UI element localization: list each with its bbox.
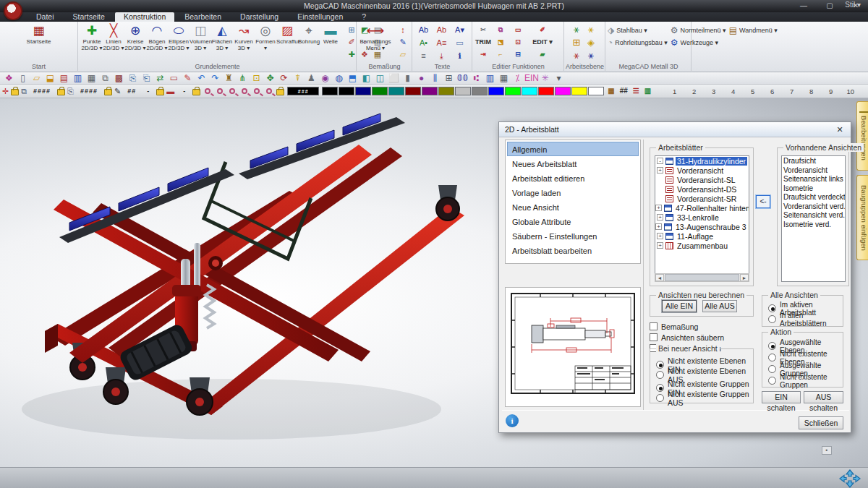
style-lock-icon[interactable] xyxy=(192,89,200,95)
text-info-icon[interactable]: ℹ xyxy=(451,50,469,63)
radio-button[interactable] xyxy=(656,394,664,402)
dim-vertical-icon[interactable]: ↕ xyxy=(395,24,411,36)
bemassung-menu-button[interactable]: ⟷ Bemaßungs Menü ▾ xyxy=(359,23,391,61)
view-list-item[interactable]: Seitenansicht links xyxy=(783,175,845,184)
tree-item[interactable]: + 11-Auflage xyxy=(655,231,749,241)
window-new-icon[interactable]: ⊞ xyxy=(442,72,456,84)
tree-item[interactable]: + Zusammenbau xyxy=(655,241,749,250)
rotate-icon[interactable]: ⟳ xyxy=(277,72,291,84)
erase-icon[interactable]: ✐ xyxy=(527,24,558,36)
tree-item[interactable]: + 13-Augenschraube 3 M24x140 xyxy=(655,222,749,231)
tree-expander[interactable]: - xyxy=(657,158,663,164)
solid-icon[interactable]: ⬒ xyxy=(346,72,359,84)
send-icon[interactable]: ▭ xyxy=(509,24,527,36)
color-swatch[interactable] xyxy=(522,87,537,95)
text-style-icon[interactable]: A▾ xyxy=(451,24,469,37)
stamp-icon[interactable]: ♜ xyxy=(222,72,236,84)
color-swatch[interactable] xyxy=(505,87,521,95)
alle-aus-button[interactable]: Alle AUS xyxy=(702,300,737,312)
pen-lock-icon[interactable] xyxy=(104,89,112,95)
checkbox[interactable] xyxy=(650,333,658,341)
view-list-item[interactable]: Seitenansicht verd. xyxy=(783,211,845,221)
checkbox-ansichten-saeubern[interactable]: Ansichten säubern xyxy=(650,333,724,342)
zoom-all-icon[interactable] xyxy=(254,88,260,94)
sphere-icon[interactable]: ● xyxy=(414,72,428,84)
radio-button[interactable] xyxy=(656,361,664,369)
boegen-button[interactable]: ◠ Bögen 2D/3D ▾ xyxy=(146,23,168,61)
viewport-options-button[interactable]: ▪ xyxy=(822,446,832,455)
transfer-view-button[interactable]: <- xyxy=(756,195,770,208)
group-manager-icon[interactable]: ⎘ xyxy=(67,86,74,96)
trim-icon[interactable]: TRIM xyxy=(475,36,492,48)
grid-icon[interactable]: ▦ xyxy=(497,72,511,84)
dialog-nav-item[interactable]: Neues Arbeitsblatt xyxy=(507,156,639,171)
pan-icon[interactable] xyxy=(838,469,862,488)
radio-button[interactable] xyxy=(768,354,776,361)
text-note-icon[interactable]: ≡ xyxy=(414,50,433,63)
radio-button[interactable] xyxy=(768,304,776,312)
scroll-left-button[interactable]: ◄ xyxy=(655,274,664,281)
ellipsen-button[interactable]: ⬭ Ellipsen 2D/3D ▾ xyxy=(168,23,190,61)
hatch-number-icon[interactable]: ## xyxy=(618,86,629,96)
color-swatch[interactable] xyxy=(355,87,371,95)
view-number-button[interactable]: 7 xyxy=(782,87,801,95)
tree-item[interactable]: + Vorderansicht xyxy=(655,166,749,175)
text-create-icon[interactable]: Ab xyxy=(414,24,433,37)
normteil-menu[interactable]: ⚙ Normteilmenü ▾ xyxy=(671,24,726,36)
plane-cube-icon[interactable]: ⊞ xyxy=(569,37,584,50)
color-edit-icon[interactable]: ▰ xyxy=(527,48,558,61)
dialog-nav-item[interactable]: Neue Ansicht xyxy=(507,200,639,214)
shade-icon[interactable]: ◧ xyxy=(359,72,373,84)
color-swatch[interactable] xyxy=(405,87,421,95)
save-icon[interactable]: ▤ xyxy=(57,72,71,84)
new-file-icon[interactable]: ▯ xyxy=(16,72,30,84)
pen-number-field[interactable]: ## xyxy=(123,87,140,95)
text-edit-icon[interactable]: Ab xyxy=(433,24,451,37)
stahlbau-menu[interactable]: ⬗ Stahlbau ▾ xyxy=(608,24,668,36)
views-list[interactable]: DraufsichtVorderansichtSeitenansicht lin… xyxy=(781,155,846,282)
maximize-button[interactable]: ▢ xyxy=(820,1,839,11)
view-list-item[interactable]: Vorderansicht xyxy=(783,166,845,176)
ucs-icon[interactable]: ⋔ xyxy=(236,72,250,84)
layer-manager-icon[interactable]: ⧉ xyxy=(21,86,27,96)
tree-expander[interactable]: + xyxy=(657,167,663,174)
schliessen-button[interactable]: Schließen xyxy=(799,416,843,429)
group-lock-icon[interactable] xyxy=(57,89,65,95)
cut-icon[interactable]: ✂ xyxy=(475,24,492,36)
color-bars-icon[interactable]: ☰ xyxy=(631,86,641,96)
scroll-right-button[interactable]: ► xyxy=(740,274,749,281)
attribute-colors-icon[interactable]: ❖ xyxy=(2,72,16,84)
radio-ebenen-aus[interactable]: Nicht existente Ebenen AUS xyxy=(656,370,753,380)
dialog-nav-item[interactable]: Allgemein xyxy=(507,142,639,156)
active-color-swatch[interactable]: ### xyxy=(287,87,319,95)
tree-item[interactable]: - 31-Hydraulikzylinder xyxy=(655,156,749,166)
tree-item[interactable]: Vorderansicht-DS xyxy=(655,184,749,194)
tree-expander[interactable]: + xyxy=(657,233,663,239)
tab-baugruppen-einfuegen[interactable]: Baugruppen einfügen xyxy=(856,175,868,260)
globe-icon[interactable]: ◍ xyxy=(332,72,346,84)
wand-menu[interactable]: ▤ Wandmenü ▾ xyxy=(729,24,778,36)
plot-icon[interactable]: ▩ xyxy=(112,72,126,84)
rohrleitungsbau-menu[interactable]: ◔ Rohrleitungsbau ▾ xyxy=(608,36,668,48)
formen-button[interactable]: ◎ Formen ▾ xyxy=(255,23,276,61)
color-swatch[interactable] xyxy=(488,87,504,95)
exchange-icon[interactable]: ⇄ xyxy=(153,72,167,84)
save-as-icon[interactable]: ▥ xyxy=(71,72,85,84)
list-edit-icon[interactable]: ⊟ xyxy=(509,48,527,61)
color-swatch[interactable] xyxy=(339,87,354,95)
bohrung-button[interactable]: ⌖ Bohrung xyxy=(298,23,320,61)
tree-horizontal-scrollbar[interactable]: ◄ ► xyxy=(655,273,749,282)
dialog-nav-item[interactable]: Säubern - Einstellungen xyxy=(507,228,639,243)
color-swatch[interactable] xyxy=(555,87,571,95)
radio-gruppen-aus[interactable]: Nicht existente Gruppen AUS xyxy=(656,393,753,403)
layer-on-icon[interactable]: EIN xyxy=(524,72,538,84)
zoom-in-icon[interactable] xyxy=(217,88,223,94)
box-select-icon[interactable]: ⊡ xyxy=(250,72,263,84)
color-swatch[interactable] xyxy=(372,87,388,95)
width-lock-icon[interactable] xyxy=(156,89,164,95)
text-box-icon[interactable]: ▭ xyxy=(451,37,469,50)
person-icon[interactable]: ♟ xyxy=(305,72,318,84)
pen-minus[interactable]: - xyxy=(142,87,154,95)
cylinder-icon[interactable]: ▮ xyxy=(401,72,414,84)
view-number-button[interactable]: 6 xyxy=(762,87,782,95)
